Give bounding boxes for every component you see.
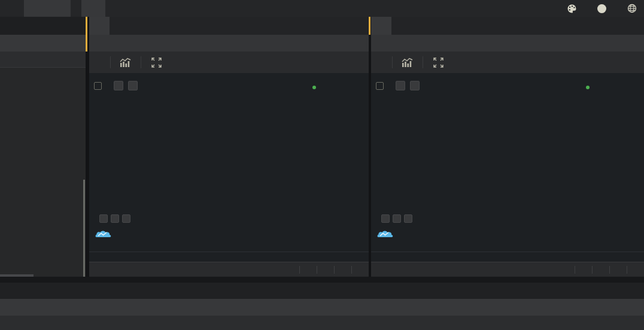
footer-divider (575, 266, 575, 274)
chart-style-icon[interactable] (118, 57, 133, 68)
fullscreen-icon[interactable] (430, 57, 446, 68)
symbol-row (89, 35, 369, 52)
tradingview-logo[interactable] (95, 229, 117, 240)
gear-icon[interactable] (410, 81, 420, 90)
chart-style-icon[interactable] (400, 57, 415, 68)
ohlc-readout (376, 96, 405, 103)
chart-footer (89, 262, 369, 277)
footer-divider (334, 266, 335, 274)
gear-icon[interactable] (393, 214, 401, 223)
panel-focus-accent (369, 17, 370, 35)
panel-tab-bar (89, 17, 369, 35)
chart-area-etcbtc[interactable] (371, 73, 644, 252)
gear-icon[interactable] (128, 81, 138, 90)
connection-status-dot (586, 86, 590, 89)
chart-toolbar (371, 52, 644, 73)
accounts-group (81, 0, 105, 17)
toolbar-divider (141, 56, 141, 68)
panel-focus-accent (86, 17, 87, 52)
chart-panel-ethbtc (86, 17, 369, 277)
vertical-scrollbar[interactable] (83, 180, 85, 277)
ohlc-readout (94, 96, 123, 103)
globe-icon[interactable] (627, 4, 637, 14)
footer-divider (592, 266, 593, 274)
footer-divider (627, 266, 627, 274)
collapse-icon[interactable] (94, 82, 102, 90)
bid-column-header[interactable] (0, 52, 86, 68)
connection-status-dot (312, 86, 316, 89)
markets-tab-bar (0, 17, 86, 35)
gear-icon[interactable] (111, 214, 119, 223)
orders-tab-bar (0, 283, 644, 299)
chart-footer (371, 262, 644, 277)
help-icon[interactable] (597, 4, 607, 14)
tradingview-logo[interactable] (377, 229, 399, 240)
eye-icon[interactable] (99, 214, 108, 223)
tab-chart-etcbtc[interactable] (371, 17, 391, 35)
eye-icon[interactable] (396, 81, 405, 90)
close-icon[interactable] (404, 214, 412, 223)
chart-legend (376, 81, 420, 90)
collapse-icon[interactable] (376, 82, 384, 90)
markets-filter-row (0, 35, 86, 52)
toolbar-divider (423, 56, 423, 68)
top-bar-right (551, 4, 644, 14)
time-axis[interactable] (89, 252, 369, 262)
chart-toolbar (89, 52, 369, 73)
close-icon[interactable] (122, 214, 130, 223)
tab-chart-ethbtc[interactable] (89, 17, 110, 35)
footer-divider (351, 266, 352, 274)
workspace-group (24, 0, 71, 17)
footer-divider (609, 266, 610, 274)
toolbar-divider (392, 56, 393, 68)
eye-icon[interactable] (381, 214, 390, 223)
orders-panel (0, 277, 644, 330)
fullscreen-icon[interactable] (148, 57, 164, 68)
footer-divider (317, 266, 317, 274)
markets-panel (0, 17, 86, 277)
symbol-row (371, 35, 644, 52)
volume-legend (94, 214, 140, 223)
orders-table-header (0, 316, 644, 330)
volume-legend (376, 214, 422, 223)
theme-palette-icon[interactable] (567, 4, 577, 14)
time-axis[interactable] (371, 252, 644, 262)
toolbar-divider (110, 56, 111, 68)
top-bar (0, 0, 644, 17)
chart-panel-etcbtc (369, 17, 644, 277)
chart-area-ethbtc[interactable] (89, 73, 369, 252)
eye-icon[interactable] (114, 81, 123, 90)
chart-legend (94, 81, 138, 90)
footer-divider (299, 266, 300, 274)
trading-workspace (0, 0, 644, 330)
orders-filter-row (0, 299, 644, 316)
panel-tab-bar (371, 17, 644, 35)
